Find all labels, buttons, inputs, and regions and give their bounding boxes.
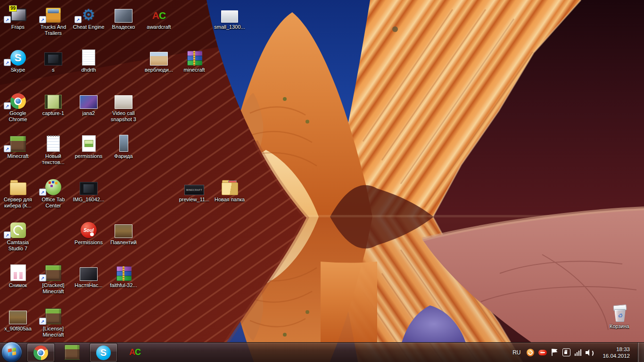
desktop-icon-cheat-engine[interactable]: ⚙↗ Cheat Engine (71, 4, 107, 30)
icon-art: AC (141, 4, 177, 23)
start-button[interactable] (1, 342, 22, 362)
desktop-icon-minecraft[interactable]: ↗ Minecraft (0, 133, 36, 159)
desktop-icon-faithful-32[interactable]: faithful-32... (106, 262, 141, 288)
shortcut-arrow-icon: ↗ (4, 59, 11, 66)
icon-label: Корзина (610, 323, 629, 329)
desktop-icon-novaya-papka[interactable]: Новая папка (212, 176, 248, 203)
icon-label: awardcraft (147, 24, 171, 30)
icon-label: faithful-32... (110, 282, 137, 288)
shortcut-arrow-icon: ↗ (39, 274, 46, 281)
desktop-icon-s[interactable]: s (35, 47, 71, 73)
shortcut-arrow-icon: ↗ (4, 102, 11, 109)
shortcut-arrow-icon: ↗ (39, 318, 46, 325)
icon-label: Владеско (112, 24, 135, 30)
taskbar-skype-icon: S (96, 346, 111, 360)
icon-art (176, 47, 212, 66)
icon-label: НастяНас... (74, 282, 102, 288)
red-app-icon[interactable] (538, 350, 547, 355)
icon-label: Video call snapshot 3 (106, 110, 141, 123)
desktop-icon-nastya-nas[interactable]: НастяНас... (71, 262, 107, 288)
icon-art: ♻ (602, 303, 637, 322)
desktop-icon-camtasia-studio-7[interactable]: ↗ Camtasia Studio 7 (0, 219, 36, 252)
icon-label: Сервер для кибера (К... (0, 197, 36, 209)
language-indicator[interactable]: RU (511, 348, 522, 357)
icon-label: Office Tab Center (35, 197, 71, 209)
icon-art (71, 47, 107, 66)
desktop-icon-small-1300[interactable]: small_1300... (212, 4, 248, 30)
desktop-icon-novyy-tekstovyy[interactable]: Новый текстов... (35, 133, 71, 165)
desktop-icon-snimok[interactable]: Снимок (0, 262, 36, 288)
action-center-flag-icon[interactable] (551, 348, 558, 356)
icon-label: dhdrth (81, 67, 96, 73)
icon-label: верблюди... (145, 67, 173, 73)
icon-art (71, 133, 107, 152)
icon-art (212, 4, 248, 23)
desktop-icon-skype[interactable]: S↗ Skype (0, 47, 36, 73)
network-signal-icon[interactable] (575, 349, 582, 356)
shortcut-arrow-icon: ↗ (4, 16, 11, 23)
icon-art (106, 90, 141, 109)
desktop-icon-recycle-bin[interactable]: ♻ Корзина (602, 303, 637, 329)
show-desktop-button[interactable] (637, 343, 644, 362)
icon-label: Google Chrome (0, 110, 36, 123)
desktop-icon-x-90f805aa[interactable]: x_90f805aa (0, 305, 36, 332)
desktop-icon-vladesko[interactable]: Владеско (106, 4, 141, 30)
orange-app-icon[interactable] (527, 349, 534, 356)
desktop-icon-verblyudi[interactable]: верблюди... (141, 47, 177, 73)
icon-label: Skype (11, 67, 25, 73)
taskbar-minecraft[interactable] (62, 343, 82, 361)
icon-label: Новая папка (215, 197, 245, 203)
icon-art (106, 262, 141, 281)
shortcut-arrow-icon: ↗ (4, 231, 11, 239)
icon-label: IMG_16042... (73, 197, 105, 203)
desktop-icon-pavlentiy[interactable]: Павлентий (106, 219, 141, 246)
desktop-icon-farida[interactable]: Фарида (106, 133, 141, 159)
icon-art (0, 176, 36, 195)
icon-art (0, 262, 36, 281)
desktop-icon-preview-11[interactable]: MINECRAFT preview_11... (176, 176, 212, 203)
desktop-icon-permissions-soul[interactable]: Soul Permissions (71, 219, 107, 246)
desktop-icon-dhdrth[interactable]: dhdrth (71, 47, 107, 73)
icon-label: Павлентий (110, 239, 137, 246)
icon-art (35, 47, 71, 66)
icon-label: Minecraft (7, 153, 28, 159)
taskbar-skype[interactable]: S (90, 343, 117, 362)
taskbar-chrome[interactable] (27, 343, 55, 362)
shortcut-arrow-icon: ↗ (4, 145, 11, 152)
icon-art: ↗ (35, 305, 71, 324)
shortcut-arrow-icon: ↗ (74, 16, 82, 23)
taskbar-minecraft-icon (65, 345, 80, 360)
desktop-icon-img-16042[interactable]: IMG_16042... (71, 176, 107, 203)
taskbar-buttons: SAC (27, 343, 152, 362)
desktop-icon-jana2[interactable]: jana2 (71, 90, 107, 116)
windows7-desktop: 99↗ Fraps ↗ Trucks And Trailers ⚙↗ Cheat… (0, 0, 644, 362)
desktop-icon-capture-1[interactable]: capture-1 (35, 90, 71, 116)
desktop-icon-fraps[interactable]: 99↗ Fraps (0, 4, 36, 30)
desktop-icon-server-dlya-kibera[interactable]: Сервер для кибера (К... (0, 176, 36, 209)
tray-time: 18:33 (600, 346, 630, 353)
icon-art (141, 47, 177, 66)
volume-icon[interactable] (586, 349, 594, 356)
desktop-icon-minecraft-archive[interactable]: minecraft (176, 47, 212, 73)
tray-clock[interactable]: 18:33 16.04.2012 (600, 346, 630, 359)
taskbar-awardcraft[interactable]: AC (125, 343, 145, 361)
desktop-surface[interactable]: 99↗ Fraps ↗ Trucks And Trailers ⚙↗ Cheat… (0, 0, 644, 343)
taskbar-awardcraft-icon: AC (129, 345, 140, 359)
icon-label: Cheat Engine (73, 24, 105, 30)
icon-art (35, 133, 71, 152)
icon-label: jana2 (83, 110, 95, 116)
icon-art: ↗ (35, 262, 71, 281)
icon-label: Снимок (9, 282, 27, 288)
taskbar-chrome-icon (33, 346, 48, 360)
desktop-icon-license-minecraft[interactable]: ↗ [License] Minecraft (35, 305, 71, 338)
icon-art: Soul (71, 219, 107, 238)
icon-label: Trucks And Trailers (35, 24, 71, 36)
desktop-icon-awardcraft[interactable]: AC awardcraft (141, 4, 177, 30)
desktop-icon-cracked-minecraft[interactable]: ↗ [Cracked] Minecraft (35, 262, 71, 295)
desktop-icon-trucks-and-trailers[interactable]: ↗ Trucks And Trailers (35, 4, 71, 36)
safely-remove-hardware-icon[interactable] (562, 348, 570, 356)
desktop-icon-permissions-file[interactable]: permissions (71, 133, 107, 159)
desktop-icon-video-call-snapshot-3[interactable]: Video call snapshot 3 (106, 90, 141, 123)
desktop-icon-google-chrome[interactable]: ↗ Google Chrome (0, 90, 36, 123)
desktop-icon-office-tab-center[interactable]: ↗ Office Tab Center (35, 176, 71, 209)
